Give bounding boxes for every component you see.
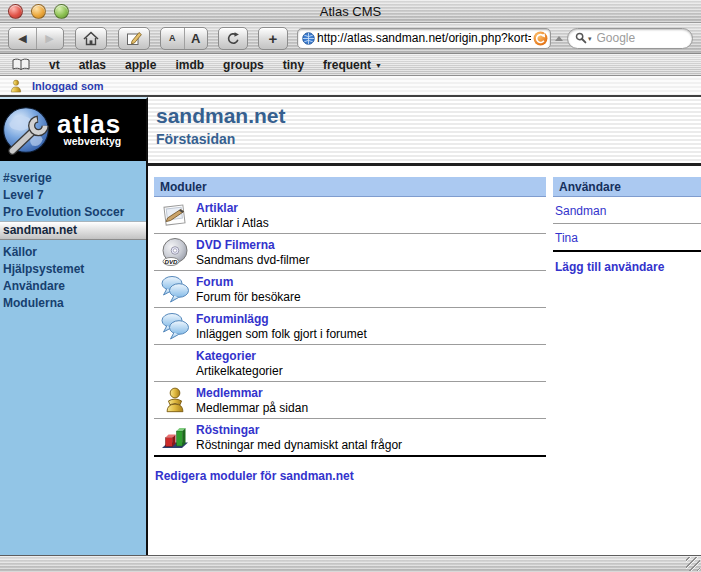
module-text: Artiklar Artiklar i Atlas bbox=[196, 201, 269, 230]
sidebar-item-modulerna[interactable]: Modulerna bbox=[0, 295, 146, 312]
sidebar-item-pro-evolution-soccer[interactable]: Pro Evolution Soccer bbox=[0, 204, 146, 221]
edit-modules-link[interactable]: Redigera moduler för sandman.net bbox=[155, 469, 546, 483]
module-description: Sandmans dvd-filmer bbox=[196, 253, 309, 267]
dvd-disc-icon[interactable]: DVD bbox=[154, 237, 196, 267]
module-row-dvd-filmerna: DVD DVD Filmerna Sandmans dvd-filmer bbox=[154, 234, 546, 271]
close-window-button[interactable] bbox=[8, 4, 23, 19]
module-description: Forum för besökare bbox=[196, 290, 301, 304]
module-text: Röstningar Röstningar med dynamiskt anta… bbox=[196, 423, 402, 452]
add-user-link[interactable]: Lägg till användare bbox=[553, 252, 701, 274]
module-description: Artikelkategorier bbox=[196, 364, 283, 378]
text-size-buttons: A A bbox=[160, 27, 208, 50]
content-area: sandman.net Förstasidan Moduler Artiklar… bbox=[148, 97, 701, 555]
bookmark-item-imdb[interactable]: imdb bbox=[175, 58, 204, 72]
page-header: sandman.net Förstasidan bbox=[148, 97, 701, 166]
person-icon[interactable] bbox=[154, 386, 196, 414]
user-link-tina[interactable]: Tina bbox=[553, 224, 701, 252]
history-buttons: ◀ ▶ bbox=[8, 27, 64, 50]
window-controls bbox=[8, 4, 69, 19]
user-link-sandman[interactable]: Sandman bbox=[553, 197, 701, 224]
sidebar-item-kallor[interactable]: Källor bbox=[0, 244, 146, 261]
reload-button[interactable] bbox=[218, 27, 248, 50]
module-row-forum: Forum Forum för besökare bbox=[154, 271, 546, 308]
search-menu-caret-icon[interactable]: ▾ bbox=[588, 35, 592, 43]
back-arrow-icon: ◀ bbox=[18, 32, 26, 45]
svg-text:DVD: DVD bbox=[164, 258, 178, 265]
module-link-kategorier[interactable]: Kategorier bbox=[196, 349, 283, 363]
bookmarks-book-icon[interactable] bbox=[12, 58, 30, 71]
url-input[interactable] bbox=[315, 31, 533, 45]
larger-text-button[interactable]: A bbox=[184, 28, 208, 49]
back-button[interactable]: ◀ bbox=[10, 28, 36, 49]
sidebar-item-anvandare[interactable]: Användare bbox=[0, 278, 146, 295]
smaller-text-button[interactable]: A bbox=[161, 28, 184, 49]
page-title: sandman.net bbox=[156, 103, 701, 128]
big-a-icon: A bbox=[191, 31, 200, 46]
snapback-button[interactable] bbox=[533, 31, 548, 46]
home-icon bbox=[83, 31, 99, 46]
bookmark-item-apple[interactable]: apple bbox=[125, 58, 156, 72]
bookmark-item-tiny[interactable]: tiny bbox=[283, 58, 304, 72]
atlas-logo: atlas webverktyg bbox=[0, 99, 146, 161]
atlas-logo-text: atlas webverktyg bbox=[57, 113, 121, 147]
forward-arrow-icon: ▶ bbox=[45, 32, 53, 45]
content-body: Moduler Artiklar Artiklar i Atlas DVD bbox=[148, 166, 701, 483]
compose-button[interactable] bbox=[118, 27, 150, 50]
window-bottom-bar bbox=[0, 555, 701, 572]
sidebar-item-sandman-net[interactable]: sandman.net bbox=[0, 221, 146, 240]
module-row-artiklar: Artiklar Artiklar i Atlas bbox=[154, 197, 546, 234]
browser-window: Atlas CMS ◀ ▶ A A + bbox=[0, 0, 701, 572]
module-row-kategorier: Kategorier Artikelkategorier bbox=[154, 345, 546, 382]
sidebar-item-hjalpsystemet[interactable]: Hjälpsystemet bbox=[0, 261, 146, 278]
window-titlebar[interactable]: Atlas CMS bbox=[0, 0, 701, 23]
article-icon[interactable] bbox=[154, 200, 196, 230]
sidebar-item-level7[interactable]: Level 7 bbox=[0, 187, 146, 204]
modules-table-header: Moduler bbox=[154, 177, 546, 197]
plus-icon: + bbox=[269, 31, 278, 46]
home-button[interactable] bbox=[75, 27, 107, 50]
search-field[interactable]: ▾ bbox=[567, 28, 693, 49]
minimize-window-button[interactable] bbox=[31, 4, 46, 19]
toolbar-divider-caret bbox=[555, 36, 563, 41]
logged-in-as-link[interactable]: Inloggad som bbox=[32, 80, 104, 92]
module-description: Röstningar med dynamiskt antal frågor bbox=[196, 438, 402, 452]
module-link-medlemmar[interactable]: Medlemmar bbox=[196, 386, 308, 400]
speech-bubbles-icon[interactable] bbox=[154, 311, 196, 341]
module-row-foruminlagg: Foruminlägg Inläggen som folk gjort i fo… bbox=[154, 308, 546, 345]
atlas-logo-subtitle: webverktyg bbox=[57, 135, 121, 147]
logged-in-person-icon bbox=[9, 79, 23, 93]
sidebar-nav: #sverige Level 7 Pro Evolution Soccer sa… bbox=[0, 161, 146, 312]
bookmark-item-atlas[interactable]: atlas bbox=[79, 58, 106, 72]
zoom-window-button[interactable] bbox=[54, 4, 69, 19]
sidebar: atlas webverktyg #sverige Level 7 Pro Ev… bbox=[0, 97, 148, 555]
module-link-foruminlagg[interactable]: Foruminlägg bbox=[196, 312, 367, 326]
module-text: Kategorier Artikelkategorier bbox=[196, 349, 283, 378]
module-link-dvd-filmerna[interactable]: DVD Filmerna bbox=[196, 238, 309, 252]
users-table-header: Användare bbox=[553, 177, 701, 197]
login-status-bar: Inloggad som bbox=[0, 76, 701, 97]
module-row-medlemmar: Medlemmar Medlemmar på sidan bbox=[154, 382, 546, 419]
main-area: atlas webverktyg #sverige Level 7 Pro Ev… bbox=[0, 97, 701, 555]
dropdown-arrow-icon: ▼ bbox=[375, 62, 382, 69]
bookmarks-bar: vt atlas apple imdb groups tiny frequent… bbox=[0, 54, 701, 76]
add-bookmark-button[interactable]: + bbox=[258, 27, 288, 50]
module-text: Medlemmar Medlemmar på sidan bbox=[196, 386, 308, 415]
users-table: Användare Sandman Tina Lägg till använda… bbox=[553, 177, 701, 483]
module-text: Forum Forum för besökare bbox=[196, 275, 301, 304]
module-link-forum[interactable]: Forum bbox=[196, 275, 301, 289]
sidebar-item-sverige[interactable]: #sverige bbox=[0, 170, 146, 187]
site-globe-favicon bbox=[302, 32, 315, 45]
bar-chart-icon[interactable] bbox=[154, 422, 196, 452]
module-link-artiklar[interactable]: Artiklar bbox=[196, 201, 269, 215]
resize-grip[interactable] bbox=[686, 557, 700, 571]
modules-table: Moduler Artiklar Artiklar i Atlas DVD bbox=[154, 177, 546, 483]
bookmark-item-groups[interactable]: groups bbox=[223, 58, 264, 72]
speech-bubbles-icon[interactable] bbox=[154, 274, 196, 304]
google-search-input[interactable] bbox=[595, 30, 661, 46]
bookmark-item-vt[interactable]: vt bbox=[49, 58, 60, 72]
address-bar[interactable] bbox=[297, 28, 551, 49]
forward-button[interactable]: ▶ bbox=[36, 28, 63, 49]
module-link-rostningar[interactable]: Röstningar bbox=[196, 423, 402, 437]
bookmark-menu-frequent[interactable]: frequent▼ bbox=[323, 58, 382, 72]
page-subtitle: Förstasidan bbox=[156, 131, 701, 147]
